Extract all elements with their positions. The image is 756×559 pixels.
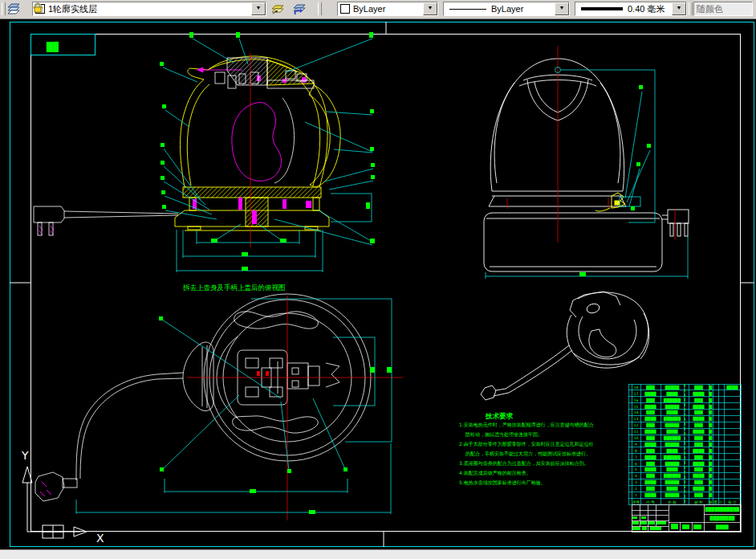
color-control-combo[interactable]: ByLayer ▼: [337, 2, 438, 16]
svg-text:███: ███: [693, 442, 703, 447]
svg-text:8: 8: [635, 449, 637, 453]
svg-text:10: 10: [634, 436, 639, 440]
layer-combo[interactable]: 1轮廓实线层 ▼: [32, 2, 266, 16]
ucs-y-label: Y: [21, 449, 29, 462]
svg-text:█████: █████: [665, 461, 680, 467]
title-block-drawing-name: ████████: [709, 516, 735, 521]
svg-text:███: ███: [693, 422, 703, 428]
svg-text:18: 18: [634, 386, 639, 390]
svg-text:█: █: [709, 455, 713, 460]
tech-requirements-title: 技术要求: [485, 412, 514, 420]
tech-line: 4.装配完成后做严格的耐压检查。: [459, 470, 531, 476]
layer-lock-icon: [33, 2, 43, 13]
svg-text:███: ███: [693, 398, 703, 403]
svg-text:████: ████: [644, 429, 656, 435]
svg-text:█: █: [709, 442, 713, 447]
ucs-x-label: X: [96, 532, 104, 545]
svg-text:███: ███: [645, 398, 655, 403]
layer-previous-icon: [292, 2, 307, 15]
layers-icon: [7, 2, 22, 14]
svg-text:████: ████: [666, 391, 678, 397]
layer-manager-button[interactable]: [6, 2, 27, 16]
svg-text:█: █: [709, 461, 713, 467]
drawing-canvas: █▊: [0, 0, 756, 559]
plot-style-label: 随颜色: [697, 3, 723, 15]
svg-text:████: ████: [666, 486, 678, 492]
svg-text:████: ████: [693, 429, 705, 435]
svg-text:██████: ██████: [663, 435, 681, 441]
svg-text:████: ████: [693, 461, 705, 467]
svg-text:████: ████: [644, 455, 656, 460]
svg-text:3: 3: [635, 480, 637, 484]
svg-text:█: █: [709, 429, 713, 435]
svg-text:███: ███: [645, 448, 655, 454]
svg-text:████: ████: [693, 416, 705, 422]
svg-text:███: ███: [693, 455, 703, 460]
svg-text:16: 16: [634, 398, 639, 402]
toolbar-grip[interactable]: [318, 2, 322, 15]
svg-text:13: 13: [634, 417, 639, 421]
svg-text:████: ████: [644, 416, 656, 422]
svg-text:5: 5: [635, 467, 637, 471]
svg-text:█: █: [709, 404, 713, 410]
lineweight-combo-dropdown-arrow[interactable]: ▼: [672, 2, 686, 15]
linetype-control-combo[interactable]: ByLayer ▼: [443, 2, 570, 16]
svg-text:███: ███: [645, 461, 655, 467]
svg-text:████: ████: [666, 448, 678, 454]
color-value-label: ByLayer: [353, 4, 385, 14]
svg-text:████: ████: [666, 467, 678, 472]
svg-text:█████: █████: [665, 442, 680, 447]
svg-text:9: 9: [635, 443, 637, 447]
linetype-combo-dropdown-arrow[interactable]: ▼: [555, 2, 569, 15]
sheet-corner-label: █▊: [46, 41, 60, 52]
make-layer-current-icon: [270, 2, 285, 15]
color-combo-dropdown-arrow[interactable]: ▼: [423, 2, 437, 15]
svg-text:█████: █████: [665, 479, 680, 485]
svg-text:███: ███: [645, 385, 655, 390]
tech-line: 5.电热水壶须按国家标准进行出厂检验。: [459, 479, 546, 486]
svg-text:████: ████: [693, 448, 705, 454]
svg-text:████: ████: [666, 410, 678, 415]
svg-text:█: █: [709, 486, 713, 492]
svg-text:██████: ██████: [663, 398, 681, 403]
title-block-project: ███████████: [705, 507, 739, 512]
svg-text:██████: ██████: [663, 416, 681, 422]
svg-text:备 注: 备 注: [728, 500, 737, 504]
tech-line: 1.安装电热元件时，严格按装配顺序进行，应注意键与槽的配合: [459, 422, 594, 428]
lineweight-control-combo[interactable]: 0.40 毫米 ▼: [575, 2, 687, 16]
svg-text:████: ████: [644, 479, 656, 485]
make-object-layer-current-button[interactable]: [270, 2, 291, 16]
svg-text:██████: ██████: [663, 455, 681, 460]
model-space-background[interactable]: [0, 18, 756, 549]
svg-text:███: ███: [693, 492, 703, 498]
svg-text:████: ████: [644, 442, 656, 447]
tech-line: 3.底座圈与壶身的配合为过盈配合，其安装前应涂抹粘合剂。: [459, 460, 589, 467]
svg-text:12: 12: [634, 423, 639, 427]
svg-text:█: █: [709, 385, 713, 390]
svg-text:█: █: [709, 416, 713, 422]
svg-text:███: ███: [645, 410, 655, 415]
svg-text:████: ████: [726, 385, 738, 390]
svg-text:███: ███: [693, 435, 703, 441]
svg-text:█: █: [709, 435, 713, 441]
layer-previous-button[interactable]: [291, 2, 312, 16]
svg-text:6: 6: [635, 462, 637, 466]
svg-text:名 称: 名 称: [668, 500, 677, 504]
top-view-caption: 拆去上壶身及手柄上盖后的俯视图: [182, 284, 286, 292]
svg-text:████: ████: [666, 429, 678, 435]
layer-combo-dropdown-arrow[interactable]: ▼: [251, 2, 266, 15]
toolbar-grip[interactable]: [689, 2, 693, 15]
svg-text:4: 4: [635, 474, 637, 478]
svg-text:████: ████: [644, 492, 656, 498]
svg-text:█████: █████: [665, 422, 680, 428]
svg-text:███: ███: [693, 385, 703, 390]
svg-text:█: █: [709, 410, 713, 415]
toolbar-grip[interactable]: [2, 2, 6, 15]
svg-text:███: ███: [693, 410, 703, 415]
svg-text:7: 7: [635, 455, 637, 459]
svg-text:1: 1: [635, 493, 637, 497]
svg-text:████: ████: [644, 404, 656, 410]
lineweight-sample-icon: [581, 7, 623, 10]
svg-text:███: ███: [645, 473, 655, 479]
current-color-swatch: [340, 4, 350, 14]
